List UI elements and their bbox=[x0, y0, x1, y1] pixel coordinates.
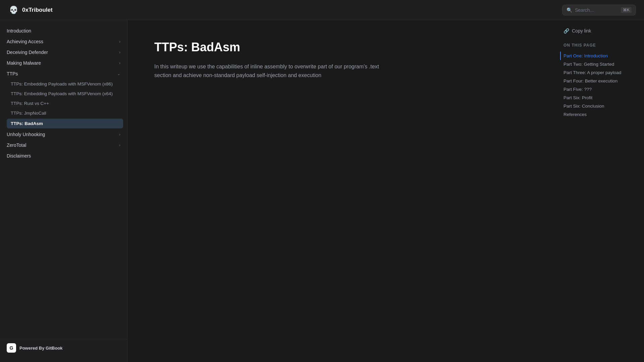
page-description: In this writeup we use the capabilities … bbox=[154, 62, 389, 79]
sidebar-nav: Introduction Achieving Access › Deceivin… bbox=[0, 25, 127, 339]
gitbook-logo: G bbox=[7, 343, 16, 353]
sidebar-subitem-label: TTPs: Embedding Payloads with MSFVenom (… bbox=[11, 81, 113, 86]
sidebar-subitem-ttps-embedding-x86[interactable]: TTPs: Embedding Payloads with MSFVenom (… bbox=[0, 79, 127, 89]
toc-item-part-six-profit[interactable]: Part Six: Profit bbox=[564, 94, 637, 102]
sidebar-item-unholy-unhooking[interactable]: Unholy Unhooking › bbox=[0, 129, 127, 140]
sidebar-subitem-ttps-jmpnocall[interactable]: TTPs: JmpNoCall bbox=[0, 108, 127, 118]
sidebar-item-label: Making Malware bbox=[7, 60, 119, 66]
sidebar-subitem-label: TTPs: BadAsm bbox=[11, 121, 43, 126]
sidebar-item-label: Disclaimers bbox=[7, 153, 120, 159]
sidebar-item-label: Unholy Unhooking bbox=[7, 132, 119, 137]
link-icon: 🔗 bbox=[564, 28, 569, 34]
powered-by-text: Powered By GitBook bbox=[19, 346, 63, 351]
right-sidebar: 🔗 Copy link ON THIS PAGE Part One: Intro… bbox=[557, 20, 644, 362]
toc-item-part-one[interactable]: Part One: Introduction bbox=[560, 52, 637, 60]
toc-item-part-five[interactable]: Part Five: ??? bbox=[564, 85, 637, 94]
sidebar-item-label: Achieving Access bbox=[7, 39, 119, 44]
search-placeholder: Search... bbox=[575, 7, 618, 13]
chevron-right-icon: › bbox=[119, 132, 120, 137]
sidebar-item-label: ZeroTotal bbox=[7, 142, 119, 148]
toc-item-part-two[interactable]: Part Two: Getting Started bbox=[564, 60, 637, 68]
page-title: TTPs: BadAsm bbox=[154, 40, 530, 54]
site-title: 0xTriboulet bbox=[22, 7, 53, 13]
chevron-right-icon: › bbox=[119, 61, 120, 65]
sidebar-item-ttps[interactable]: TTPs ⌄ bbox=[0, 68, 127, 79]
header: 💀 0xTriboulet 🔍 Search... ⌘K bbox=[0, 0, 644, 20]
skull-icon: 💀 bbox=[8, 5, 19, 15]
sidebar-item-label: Introduction bbox=[7, 28, 120, 34]
copy-link-label: Copy link bbox=[572, 28, 591, 34]
on-this-page-label: ON THIS PAGE bbox=[564, 43, 637, 48]
copy-link-button[interactable]: 🔗 Copy link bbox=[564, 28, 637, 34]
sidebar-item-zerototal[interactable]: ZeroTotal › bbox=[0, 140, 127, 150]
sidebar-subitem-ttps-rust-vs-cpp[interactable]: TTPs: Rust vs C++ bbox=[0, 99, 127, 108]
chevron-right-icon: › bbox=[119, 39, 120, 44]
sidebar-footer: G Powered By GitBook bbox=[0, 339, 127, 357]
sidebar-subitem-ttps-badasm[interactable]: TTPs: BadAsm bbox=[7, 119, 123, 128]
sidebar-item-introduction[interactable]: Introduction bbox=[0, 25, 127, 36]
chevron-right-icon: › bbox=[119, 50, 120, 55]
chevron-down-icon: ⌄ bbox=[117, 71, 120, 76]
sidebar-item-disclaimers[interactable]: Disclaimers bbox=[0, 150, 127, 161]
search-bar[interactable]: 🔍 Search... ⌘K bbox=[562, 5, 636, 15]
sidebar-item-making-malware[interactable]: Making Malware › bbox=[0, 58, 127, 68]
sidebar-item-label: Deceiving Defender bbox=[7, 50, 119, 55]
main-content: TTPs: BadAsm In this writeup we use the … bbox=[127, 20, 557, 362]
chevron-right-icon: › bbox=[119, 143, 120, 147]
sidebar-subitem-label: TTPs: Embedding Payloads with MSFVenom (… bbox=[11, 91, 113, 96]
header-left: 💀 0xTriboulet bbox=[8, 5, 53, 15]
sidebar-subitem-label: TTPs: Rust vs C++ bbox=[11, 101, 49, 106]
toc-item-part-three[interactable]: Part Three: A proper payload bbox=[564, 68, 637, 77]
sidebar: Introduction Achieving Access › Deceivin… bbox=[0, 20, 127, 362]
sidebar-item-deceiving-defender[interactable]: Deceiving Defender › bbox=[0, 47, 127, 58]
toc-item-part-six-conclusion[interactable]: Part Six: Conclusion bbox=[564, 102, 637, 110]
search-shortcut: ⌘K bbox=[621, 7, 632, 13]
sidebar-subitem-label: TTPs: JmpNoCall bbox=[11, 111, 46, 116]
search-icon: 🔍 bbox=[567, 7, 572, 13]
layout: Introduction Achieving Access › Deceivin… bbox=[0, 20, 644, 362]
sidebar-item-achieving-access[interactable]: Achieving Access › bbox=[0, 36, 127, 47]
toc-item-references[interactable]: References bbox=[564, 110, 637, 119]
sidebar-subitem-ttps-embedding-x64[interactable]: TTPs: Embedding Payloads with MSFVenom (… bbox=[0, 89, 127, 99]
sidebar-item-label: TTPs bbox=[7, 71, 117, 76]
toc-item-part-four[interactable]: Part Four: Better execution bbox=[564, 77, 637, 85]
